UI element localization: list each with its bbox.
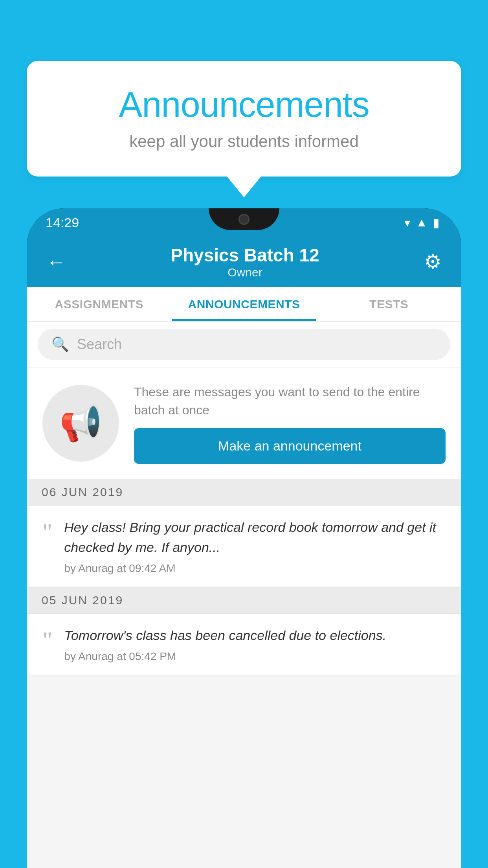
speech-bubble: Announcements keep all your students inf…	[27, 61, 461, 177]
signal-icon: ▲	[416, 216, 427, 229]
app-header: ← Physics Batch 12 Owner ⚙	[27, 237, 461, 287]
header-title: Physics Batch 12	[171, 245, 319, 266]
announcement-content-2: Tomorrow's class has been cancelled due …	[64, 625, 446, 663]
phone-body: 🔍 Search 📢 These are messages you want t…	[27, 322, 461, 868]
announcement-item-2[interactable]: " Tomorrow's class has been cancelled du…	[27, 614, 461, 675]
phone-wrapper: 14:29 ▾ ▲ ▮ ← Physics Batch 12 Owner ⚙ A…	[27, 208, 461, 868]
settings-icon[interactable]: ⚙	[424, 250, 442, 273]
status-time: 14:29	[46, 215, 79, 230]
promo-right: These are messages you want to send to t…	[134, 383, 446, 464]
status-icons: ▾ ▲ ▮	[404, 216, 440, 230]
make-announcement-button[interactable]: Make an announcement	[134, 428, 446, 464]
promo-section: 📢 These are messages you want to send to…	[27, 368, 461, 479]
date-separator-2: 05 JUN 2019	[27, 587, 461, 614]
speech-bubble-wrapper: Announcements keep all your students inf…	[27, 61, 461, 197]
camera-lens	[238, 214, 250, 225]
search-bar[interactable]: 🔍 Search	[38, 329, 450, 360]
quote-icon-2: "	[42, 628, 52, 652]
megaphone-icon: 📢	[59, 403, 103, 444]
promo-icon-circle: 📢	[42, 385, 119, 462]
tab-assignments[interactable]: ASSIGNMENTS	[27, 287, 172, 321]
date-separator-1: 06 JUN 2019	[27, 479, 461, 506]
search-input[interactable]: Search	[77, 336, 122, 353]
quote-icon-1: "	[42, 520, 52, 544]
tab-tests[interactable]: TESTS	[316, 287, 461, 321]
search-icon: 🔍	[51, 336, 69, 353]
search-bar-wrap: 🔍 Search	[27, 322, 461, 367]
wifi-icon: ▾	[404, 216, 410, 230]
tabs-bar: ASSIGNMENTS ANNOUNCEMENTS TESTS	[27, 287, 461, 322]
phone-inner: 14:29 ▾ ▲ ▮ ← Physics Batch 12 Owner ⚙ A…	[27, 208, 461, 868]
back-button[interactable]: ←	[46, 250, 66, 273]
header-subtitle: Owner	[171, 266, 319, 279]
status-bar: 14:29 ▾ ▲ ▮	[27, 208, 461, 237]
announcement-content-1: Hey class! Bring your practical record b…	[64, 517, 446, 575]
announcement-meta-1: by Anurag at 09:42 AM	[64, 562, 446, 575]
battery-icon: ▮	[433, 216, 440, 230]
speech-bubble-arrow	[226, 176, 262, 197]
tab-announcements[interactable]: ANNOUNCEMENTS	[172, 287, 317, 321]
speech-bubble-title: Announcements	[58, 85, 430, 125]
announcement-meta-2: by Anurag at 05:42 PM	[64, 650, 446, 663]
announcement-text-1: Hey class! Bring your practical record b…	[64, 517, 446, 557]
phone-notch	[209, 208, 279, 230]
announcement-text-2: Tomorrow's class has been cancelled due …	[64, 625, 446, 645]
announcement-item-1[interactable]: " Hey class! Bring your practical record…	[27, 506, 461, 587]
header-center: Physics Batch 12 Owner	[171, 245, 319, 279]
promo-description: These are messages you want to send to t…	[134, 383, 446, 419]
speech-bubble-subtitle: keep all your students informed	[58, 132, 430, 151]
